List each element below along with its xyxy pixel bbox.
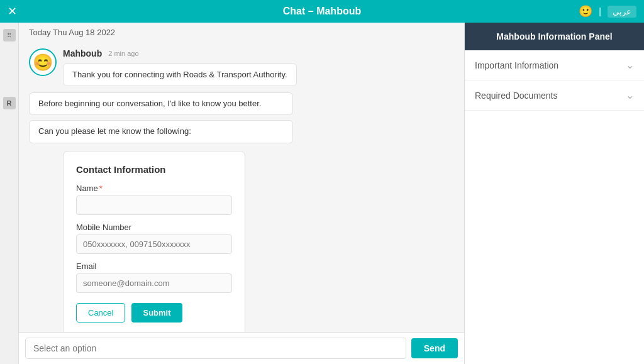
required-star: * bbox=[99, 184, 103, 193]
mobile-label: Mobile Number bbox=[76, 223, 232, 232]
right-panel-item-label-2: Required Documents bbox=[475, 91, 558, 101]
right-panel-item-2[interactable]: Required Documents ⌄ bbox=[465, 80, 644, 111]
bot-name-row: Mahboub 2 min ago bbox=[63, 48, 297, 58]
top-bar: ✕ Chat – Mahboub 🙂 | عربي bbox=[0, 0, 644, 23]
mobile-field: Mobile Number bbox=[76, 223, 232, 254]
contact-form-title: Contact Information bbox=[76, 164, 232, 175]
chat-input-area: Send bbox=[19, 332, 464, 364]
main-content: ⠿ R Today Thu Aug 18 2022 😊 Mahboub 2 mi… bbox=[0, 23, 644, 364]
divider: | bbox=[599, 6, 601, 16]
bot-time: 2 min ago bbox=[108, 50, 138, 57]
bot-avatar-icon: 😊 bbox=[33, 53, 53, 72]
bot-name: Mahboub bbox=[63, 48, 102, 58]
grid-icon: ⠿ bbox=[7, 32, 11, 39]
message-bubble-1: Thank you for connecting with Roads & Tr… bbox=[63, 63, 297, 86]
send-button[interactable]: Send bbox=[411, 338, 458, 358]
message-bubble-3: Can you please let me know the following… bbox=[29, 120, 293, 143]
name-label: Name* bbox=[76, 184, 232, 193]
r-icon: R bbox=[7, 99, 12, 107]
mobile-input[interactable] bbox=[76, 234, 232, 254]
email-field: Email bbox=[76, 262, 232, 293]
right-panel-item-label-1: Important Information bbox=[475, 60, 558, 70]
chat-window: Today Thu Aug 18 2022 😊 Mahboub 2 min ag… bbox=[19, 23, 465, 364]
close-button[interactable]: ✕ bbox=[8, 4, 17, 18]
sidebar-btn-1[interactable]: ⠿ bbox=[3, 29, 16, 41]
email-input[interactable] bbox=[76, 273, 232, 293]
submit-button[interactable]: Submit bbox=[131, 303, 182, 323]
bot-avatar: 😊 bbox=[29, 48, 57, 76]
name-field: Name* bbox=[76, 184, 232, 215]
top-bar-right: 🙂 | عربي bbox=[579, 4, 636, 18]
sidebar-btn-2[interactable]: R bbox=[3, 97, 16, 109]
left-sidebar: ⠿ R bbox=[0, 23, 19, 364]
email-label: Email bbox=[76, 262, 232, 271]
chat-select-input[interactable] bbox=[25, 338, 406, 359]
bot-message-content: Mahboub 2 min ago Thank you for connecti… bbox=[63, 48, 297, 86]
form-buttons: Cancel Submit bbox=[76, 303, 232, 323]
bot-message-group: 😊 Mahboub 2 min ago Thank you for connec… bbox=[29, 48, 454, 86]
right-panel-item-1[interactable]: Important Information ⌄ bbox=[465, 50, 644, 80]
message-bubble-2: Before beginning our conversation, I'd l… bbox=[29, 92, 293, 115]
arabic-link[interactable]: عربي bbox=[608, 6, 636, 18]
emoji-icon[interactable]: 🙂 bbox=[579, 4, 592, 18]
name-input[interactable] bbox=[76, 196, 232, 215]
contact-form-card: Contact Information Name* Mobile Number … bbox=[63, 151, 245, 332]
chevron-down-icon-2: ⌄ bbox=[626, 89, 634, 101]
chat-messages[interactable]: 😊 Mahboub 2 min ago Thank you for connec… bbox=[19, 42, 464, 332]
right-panel-header: Mahboub Information Panel bbox=[465, 23, 644, 50]
window-title: Chat – Mahboub bbox=[283, 6, 361, 17]
date-header: Today Thu Aug 18 2022 bbox=[19, 23, 464, 42]
cancel-button[interactable]: Cancel bbox=[76, 303, 125, 323]
chevron-down-icon-1: ⌄ bbox=[626, 59, 634, 71]
right-panel: Mahboub Information Panel Important Info… bbox=[465, 23, 644, 364]
